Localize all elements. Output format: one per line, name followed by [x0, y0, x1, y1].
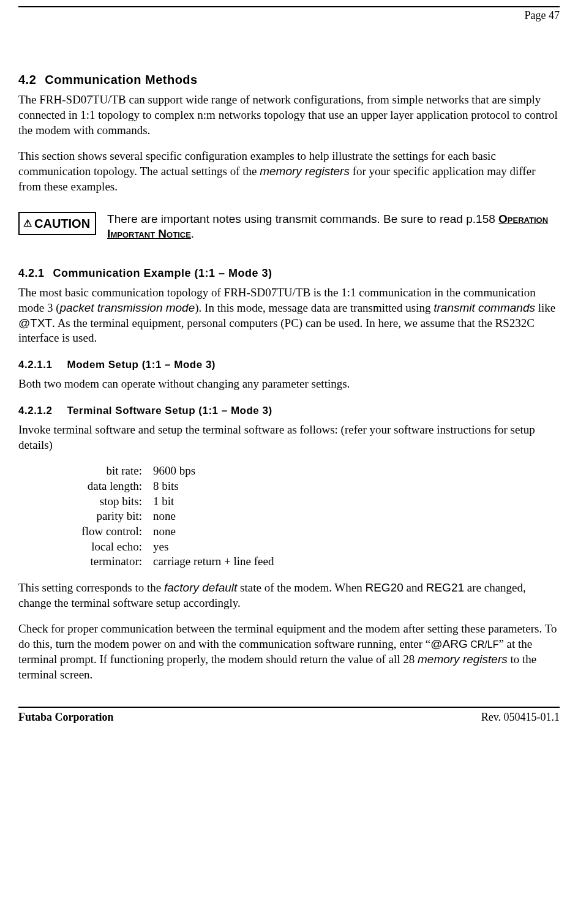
paragraph: Invoke terminal software and setup the t… — [18, 423, 560, 453]
page-footer: Futaba Corporation Rev. 050415-01.1 — [18, 707, 560, 737]
footer-company: Futaba Corporation — [18, 710, 114, 724]
table-row: terminator: carriage return + line feed — [55, 554, 560, 569]
heading-number: 4.2.1 — [18, 266, 45, 280]
table-row: bit rate: 9600 bps — [55, 464, 560, 479]
paragraph: The most basic communication topology of… — [18, 285, 560, 346]
paragraph: Both two modem can operate without chang… — [18, 377, 560, 392]
paragraph: This setting corresponds to the factory … — [18, 580, 560, 610]
paragraph: Check for proper communication between t… — [18, 622, 560, 682]
caution-label: ⚠CAUTION — [18, 212, 96, 235]
table-row: parity bit: none — [55, 509, 560, 524]
heading-number: 4.2.1.1 — [18, 358, 53, 372]
settings-table: bit rate: 9600 bps data length: 8 bits s… — [55, 464, 560, 569]
heading-4-2-1-2: 4.2.1.2 Terminal Software Setup (1:1 – M… — [18, 404, 560, 418]
table-row: stop bits: 1 bit — [55, 494, 560, 509]
heading-4-2-1-1: 4.2.1.1 Modem Setup (1:1 – Mode 3) — [18, 358, 560, 372]
heading-title: Communication Methods — [45, 72, 197, 88]
paragraph: The FRH-SD07TU/TB can support wide range… — [18, 92, 560, 138]
table-row: flow control: none — [55, 524, 560, 539]
page-header: Page 47 — [18, 6, 560, 23]
paragraph: This section shows several specific conf… — [18, 149, 560, 194]
caution-text: There are important notes using transmit… — [107, 212, 560, 242]
heading-4-2-1: 4.2.1 Communication Example (1:1 – Mode … — [18, 266, 560, 280]
warning-icon: ⚠ — [23, 219, 32, 228]
table-row: local echo: yes — [55, 539, 560, 555]
page-number: Page 47 — [525, 9, 560, 21]
heading-title: Terminal Software Setup (1:1 – Mode 3) — [67, 404, 272, 418]
heading-number: 4.2 — [18, 72, 36, 88]
heading-title: Modem Setup (1:1 – Mode 3) — [67, 358, 216, 372]
caution-block: ⚠CAUTION There are important notes using… — [18, 212, 560, 242]
table-row: data length: 8 bits — [55, 479, 560, 494]
heading-4-2: 4.2 Communication Methods — [18, 72, 560, 88]
heading-title: Communication Example (1:1 – Mode 3) — [53, 266, 272, 280]
heading-number: 4.2.1.2 — [18, 404, 53, 418]
footer-revision: Rev. 050415-01.1 — [481, 710, 560, 724]
